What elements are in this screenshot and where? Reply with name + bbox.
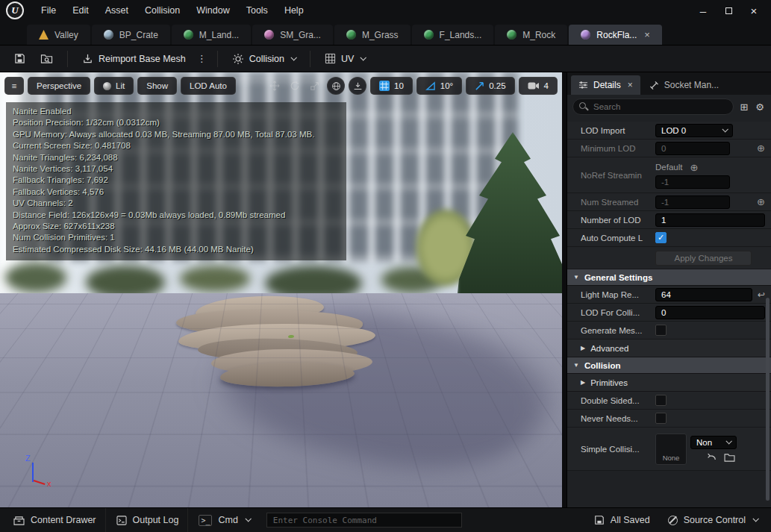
details-scrollbar[interactable] xyxy=(766,298,770,501)
show-menu-button[interactable]: Show xyxy=(137,77,177,95)
close-tab-icon[interactable]: × xyxy=(644,29,650,40)
menu-help[interactable]: Help xyxy=(276,0,312,21)
row-advanced-expander[interactable]: ▶ Advanced xyxy=(567,339,771,357)
hamburger-icon: ≡ xyxy=(12,81,17,90)
property-row-noref-streaming: NoRef Streamin Default ⊕ -1 xyxy=(567,157,771,193)
lit-mode-button[interactable]: Lit xyxy=(94,77,134,95)
reset-to-default-icon[interactable]: ↩ xyxy=(758,290,765,300)
num-streamed-input[interactable]: -1 xyxy=(655,195,730,209)
console-command-input[interactable] xyxy=(266,513,462,528)
material-function-icon xyxy=(424,30,434,40)
menu-edit[interactable]: Edit xyxy=(64,0,97,21)
gear-icon[interactable]: ⚙ xyxy=(754,101,766,113)
tab-details[interactable]: Details × xyxy=(571,75,640,95)
asset-tab-bp-crate[interactable]: BP_Crate xyxy=(92,25,170,45)
apply-changes-button[interactable]: Apply Changes xyxy=(655,251,752,266)
close-window-button[interactable]: × xyxy=(741,1,767,20)
axis-x-line xyxy=(34,480,46,485)
section-general-settings[interactable]: ▼ General Settings xyxy=(567,269,771,286)
reimport-options-button[interactable]: ⋮ xyxy=(194,53,210,64)
noref-streaming-input[interactable]: -1 xyxy=(655,175,730,189)
property-label: LOD For Colli... xyxy=(581,308,655,317)
static-mesh-icon xyxy=(264,30,274,40)
asset-tab-f-lands[interactable]: F_Lands... xyxy=(412,25,494,45)
property-row-auto-compute: Auto Compute L ✓ xyxy=(567,229,771,247)
unreal-logo-icon[interactable]: U xyxy=(6,1,24,19)
chevron-down-icon xyxy=(752,516,758,522)
menu-window[interactable]: Window xyxy=(188,0,237,21)
browse-to-asset-button[interactable] xyxy=(34,48,60,69)
lod-for-collision-input[interactable]: 0 xyxy=(655,306,765,319)
double-sided-checkbox[interactable]: ✓ xyxy=(655,395,667,406)
number-of-lod-input[interactable]: 1 xyxy=(655,213,765,227)
details-properties: LOD Import LOD 0 Minimum LOD 0 ⊕ xyxy=(567,119,771,507)
maximize-button[interactable] xyxy=(716,1,741,20)
section-collision[interactable]: ▼ Collision xyxy=(567,357,771,374)
property-label: Minimum LOD xyxy=(581,144,655,153)
asset-tab-valley[interactable]: Valley xyxy=(27,25,90,45)
property-label: Light Map Re... xyxy=(581,290,655,299)
search-input[interactable] xyxy=(572,98,734,115)
use-selected-asset-icon[interactable] xyxy=(706,453,717,462)
viewport-options-button[interactable]: ≡ xyxy=(4,77,24,95)
all-saved-button[interactable]: All Saved xyxy=(585,508,659,532)
move-tool-button[interactable] xyxy=(266,78,283,94)
perspective-button[interactable]: Perspective xyxy=(28,77,90,95)
add-override-icon[interactable]: ⊕ xyxy=(757,196,765,207)
asset-tab-m-land[interactable]: M_Land... xyxy=(172,25,251,45)
never-needs-checkbox[interactable]: ✓ xyxy=(655,413,667,424)
generate-mesh-checkbox[interactable]: ✓ xyxy=(655,325,667,336)
menu-collision[interactable]: Collision xyxy=(137,0,188,21)
rotation-snap-control[interactable]: 10° xyxy=(416,77,462,95)
minimum-lod-input[interactable]: 0 xyxy=(655,142,730,155)
browse-to-asset-icon[interactable] xyxy=(724,453,735,462)
chevron-down-icon xyxy=(725,438,731,444)
scale-snap-value: 0.25 xyxy=(489,81,505,90)
stat-line: Fallback Triangles: 7,692 xyxy=(13,175,340,186)
uv-grid-icon xyxy=(325,53,336,64)
scale-snap-icon xyxy=(475,81,484,91)
main-area: ≡ Perspective Lit Show LOD Auto xyxy=(0,72,771,507)
output-log-button[interactable]: Output Log xyxy=(107,508,189,532)
world-space-toggle-button[interactable] xyxy=(327,77,345,95)
minimize-button[interactable]: – xyxy=(690,1,716,20)
tab-socket-manager[interactable]: Socket Man... xyxy=(642,75,726,95)
auto-compute-checkbox[interactable]: ✓ xyxy=(655,232,667,243)
save-button[interactable] xyxy=(7,48,32,69)
grid-snap-control[interactable]: 10 xyxy=(370,77,413,95)
light-map-input[interactable]: 64 xyxy=(655,288,752,301)
property-row-simple-collision: Simple Collisi... None Non xyxy=(567,428,771,471)
menu-asset[interactable]: Asset xyxy=(97,0,137,21)
lod-import-dropdown[interactable]: LOD 0 xyxy=(655,124,733,137)
stat-line: Nanite Vertices: 3,117,054 xyxy=(13,163,340,175)
rotate-tool-button[interactable] xyxy=(287,78,303,94)
camera-speed-control[interactable]: 4 xyxy=(519,77,558,95)
stat-line: Num Collision Primitives: 1 xyxy=(13,232,340,243)
view-options-icon[interactable]: ⊞ xyxy=(738,101,749,113)
grid-snap-icon xyxy=(379,81,390,91)
asset-tab-label: BP_Crate xyxy=(119,30,158,40)
cmd-selector-button[interactable]: >_ Cmd xyxy=(190,508,258,532)
collision-asset-thumbnail[interactable]: None xyxy=(655,434,687,465)
asset-tab-m-rock[interactable]: M_Rock xyxy=(495,25,567,45)
add-override-icon[interactable]: ⊕ xyxy=(690,162,698,173)
surface-snap-button[interactable] xyxy=(349,77,366,95)
source-control-button[interactable]: Source Control xyxy=(659,508,767,532)
lod-auto-button[interactable]: LOD Auto xyxy=(181,77,236,95)
collision-menu-button[interactable]: Collision xyxy=(225,48,302,69)
asset-tab-sm-gra[interactable]: SM_Gra... xyxy=(252,25,333,45)
close-details-tab-icon[interactable]: × xyxy=(628,80,633,90)
menu-tools[interactable]: Tools xyxy=(238,0,276,21)
collision-asset-dropdown[interactable]: Non xyxy=(690,436,737,449)
menu-file[interactable]: File xyxy=(33,0,64,21)
row-primitives-expander[interactable]: ▶ Primitives xyxy=(567,374,771,392)
folder-search-icon xyxy=(40,53,53,64)
add-override-icon[interactable]: ⊕ xyxy=(757,143,765,154)
uv-menu-button[interactable]: UV xyxy=(318,48,372,69)
scale-snap-control[interactable]: 0.25 xyxy=(466,77,514,95)
reimport-base-mesh-button[interactable]: Reimport Base Mesh xyxy=(75,48,193,69)
content-drawer-button[interactable]: Content Drawer xyxy=(4,508,106,532)
asset-tab-m-grass[interactable]: M_Grass xyxy=(334,25,411,45)
scale-tool-button[interactable] xyxy=(307,78,323,94)
asset-tab-rockfla-active[interactable]: RockFla... × xyxy=(569,25,662,45)
